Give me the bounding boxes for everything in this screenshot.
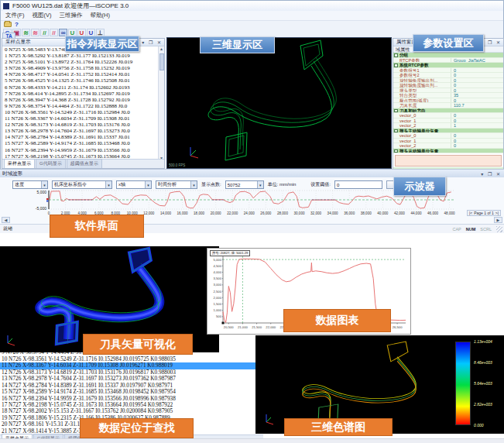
gcode-row[interactable]: 9 N726 X-98.3754 Y-14.4464 Z-31.1722 I0.…	[3, 103, 158, 109]
svg-text:-5,000: -5,000	[36, 206, 46, 211]
resize-grip[interactable]	[496, 226, 502, 232]
gcode-row[interactable]: 3 N726 X-98.4909 Y-13.9756 Z-31.1758 I0.…	[3, 65, 158, 71]
gcode-row[interactable]: 10 N726 X-98.3561 Y-14.5249 Z-31.1716 I0…	[3, 109, 158, 115]
open-file-icon[interactable]	[4, 22, 12, 27]
screenshot-stage: F5000 WU125.dat 欢迎使用—iSCOPE 3.0 文件(F) 视图…	[0, 0, 504, 443]
pager-prev-button[interactable]: |<	[469, 211, 472, 215]
vertical-scrollbar[interactable]: ▲▼	[158, 46, 164, 160]
vector-green-icon[interactable]: U	[68, 29, 77, 36]
menu-view[interactable]: 视图(V)	[33, 12, 52, 19]
chevron-down-icon[interactable]: ▾	[257, 181, 263, 188]
collapse-icon[interactable]: -	[394, 149, 398, 153]
svg-text:14,000: 14,000	[160, 211, 171, 215]
gcode-row[interactable]: 12 N726 X-98.3173 Y-14.6819 Z-31.1703 I0…	[3, 122, 158, 128]
collapse-icon[interactable]: -	[394, 64, 398, 67]
app-icon	[3, 3, 9, 9]
tab-1[interactable]: G代码显示	[36, 159, 66, 168]
wave-green-icon[interactable]: ≋	[22, 29, 30, 36]
gcode-row[interactable]: 15 N727 X-98.2589 Y-14.9174 Z-31.1685 I0…	[3, 140, 158, 146]
help-icon[interactable]: ?	[15, 22, 19, 28]
svg-text:500: 500	[216, 314, 222, 318]
signal-select[interactable]: 速度▾	[12, 180, 48, 189]
gcode-row[interactable]: 14 N727 X-98.2784 Y-14.8389 Z-31.1691 I0…	[3, 134, 158, 140]
panel-window-buttons[interactable]: ▾ ❐ ✕	[481, 39, 502, 45]
vector-blue-icon[interactable]: U	[87, 29, 95, 36]
gcode-row[interactable]: 2 N725 X-98.5101 Y-13.8972 Z-31.1764 I0.…	[3, 59, 158, 65]
vector-red-icon[interactable]: U	[77, 29, 86, 36]
svg-text:3,000: 3,000	[214, 283, 222, 287]
coord-system-select[interactable]: 机床坐标系指令▾	[52, 180, 112, 189]
panel-window-buttons[interactable]: ▾ ❐ ✕	[481, 171, 502, 177]
menu-file[interactable]: 文件(F)	[5, 12, 25, 19]
svg-text:2,000: 2,000	[214, 296, 222, 300]
svg-text:20,500: 20,500	[224, 325, 234, 329]
collapse-icon[interactable]: -	[394, 109, 398, 113]
svg-text:24,000: 24,000	[244, 211, 255, 215]
collapse-icon[interactable]: -	[394, 129, 398, 133]
gcode-row[interactable]: 6 N726 X-98.4333 Y-14.211 Z-31.174 I0.15…	[3, 84, 158, 91]
property-grid[interactable]: 分组-RTCP参数Group_JiaTaiAC系统RTCP参数-参数组号10参数…	[393, 53, 503, 153]
points-count-select[interactable]: 50752▾	[225, 180, 264, 189]
waveform-pager[interactable]: |< Page 1 of 1 >|	[467, 210, 501, 216]
gcode-row[interactable]: 11 N726 X-98.3367 Y-14.6034 Z-31.1709 I0…	[3, 115, 158, 122]
chevron-down-icon[interactable]: ▾	[145, 181, 151, 188]
annotation-data-locate: 数据定位于查找	[80, 418, 194, 438]
collapse-icon[interactable]: -	[394, 53, 398, 57]
gcode-row[interactable]: 16 N727 X-98.2394 Y-14.9959 Z-31.1679 I0…	[3, 147, 158, 153]
window-title: F5000 WU125.dat 欢迎使用—iSCOPE 3.0	[12, 2, 129, 10]
svg-text:2,500: 2,500	[214, 290, 222, 294]
svg-text:46,000: 46,000	[427, 211, 438, 215]
gcode-row[interactable]: 8 N726 X-98.3947 Y-14.368 Z-31.1728 I0.1…	[3, 97, 158, 103]
menu-help[interactable]: 帮助(H)	[91, 12, 110, 19]
wave-red-icon[interactable]: ≋	[31, 29, 39, 36]
tab-2[interactable]: 超阈值点显示	[67, 159, 102, 168]
gcode-list[interactable]: 0 N725 X-98.5483 Y-13.7402 Z-31.1776 I0.…	[3, 46, 158, 160]
unit-label: 单位: mm/min	[268, 181, 297, 188]
pager-next-button[interactable]: >|	[495, 211, 499, 215]
hatch-red-icon[interactable]: //	[50, 29, 58, 36]
panel-window-buttons[interactable]: ▾ ❐ ✕	[142, 39, 163, 45]
svg-text:18,000: 18,000	[194, 211, 204, 215]
viewer-3d-panel[interactable]: 500.0 FPS	[166, 37, 392, 169]
gcode-row[interactable]: 4 N726 X-98.4717 Y-14.0541 Z-31.1752 I0.…	[3, 71, 158, 77]
annotation-command-list: 指令列表显示区	[65, 36, 139, 52]
annotation-data-chart: 数据图表	[283, 309, 391, 332]
gcode-row[interactable]: 7 N726 X-98.414 Y-14.2895 Z-31.1734 I0.1…	[3, 91, 158, 97]
menu-3d-ops[interactable]: 三维操作	[60, 12, 83, 19]
analysis-select[interactable]: 时间分析▾	[156, 180, 197, 189]
color-scale-value: 5.64e+003	[474, 381, 492, 386]
svg-text:38,000: 38,000	[361, 211, 372, 215]
tab-0[interactable]: 采样点显示	[4, 159, 35, 168]
gcode-row[interactable]: 13 N726 X-98.2978 Y-14.7604 Z-31.1697 I0…	[3, 128, 158, 134]
gcode-row[interactable]: 1 N725 X-98.5292 Y-13.8187 Z-31.177 I0.1…	[3, 53, 158, 59]
scroll-right-button[interactable]: ▶	[494, 217, 502, 223]
gcode-row[interactable]: 5 N726 X-98.4525 Y-14.1325 Z-31.1746 I0.…	[3, 77, 158, 84]
axis-select[interactable]: x轴▾	[116, 180, 152, 189]
menu-bar: 文件(F) 视图(V) 三维操作 帮助(H)	[1, 11, 503, 21]
svg-text:12,000: 12,000	[143, 211, 154, 215]
property-panel: 属性窗口 ▾ ❐ ✕ 域属性 分组-RTCP参数Group_JiaTaiAC系统…	[393, 38, 504, 169]
color-scale-value: 1.13e+004	[474, 339, 492, 344]
scroll-left-button[interactable]: ◀	[2, 217, 10, 223]
svg-text:26,500: 26,500	[393, 325, 403, 329]
svg-text:16,000: 16,000	[177, 211, 188, 215]
points-label: 显示点数:	[201, 181, 221, 188]
color-scale-value: 2.82e+003	[474, 402, 492, 407]
svg-text:30,000: 30,000	[293, 211, 304, 215]
threshold-input[interactable]: 0	[334, 180, 382, 189]
threshold-label: 设置阈值:	[310, 181, 331, 188]
title-bar: F5000 WU125.dat 欢迎使用—iSCOPE 3.0	[1, 1, 503, 11]
chevron-down-icon[interactable]: ▾	[105, 181, 111, 188]
bottom-strip	[0, 438, 504, 443]
loop-icon[interactable]: ∞	[59, 29, 67, 36]
chevron-down-icon[interactable]: ▾	[190, 181, 197, 188]
svg-text:3,500: 3,500	[214, 276, 222, 280]
chevron-down-icon[interactable]: ▾	[41, 181, 47, 188]
perpendicular-icon[interactable]: ⊥	[96, 29, 105, 36]
property-group-row[interactable]: 摆头从动轴单位矢量-	[393, 149, 503, 154]
pager-text: Page 1 of 1	[474, 211, 494, 215]
hatch-green-icon[interactable]: //	[40, 29, 49, 36]
color-scale-value: 0.000	[474, 423, 484, 428]
toolbar-file: ?	[1, 21, 19, 28]
scrollbar-thumb[interactable]	[159, 53, 164, 70]
